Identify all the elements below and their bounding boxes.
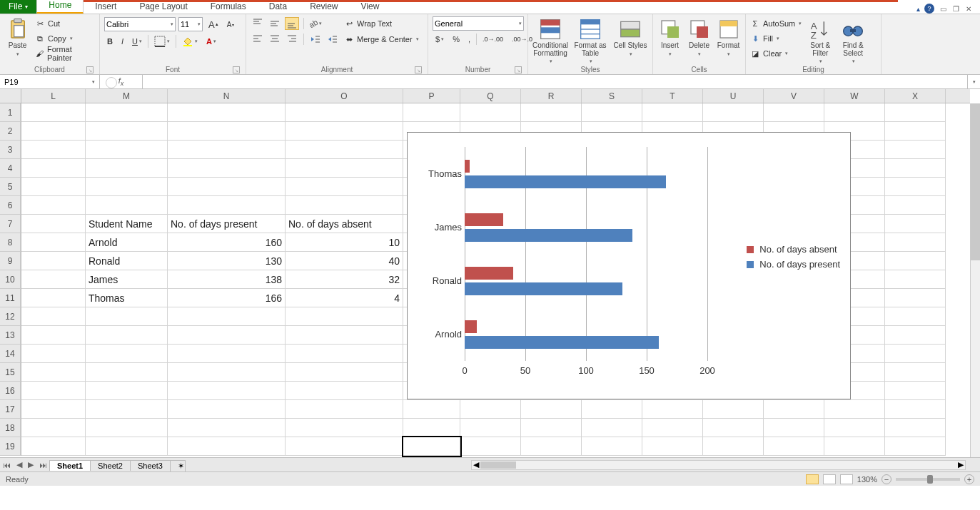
- format-painter-button[interactable]: 🖌Format Painter: [35, 46, 95, 61]
- close-icon[interactable]: ✕: [964, 4, 973, 13]
- insert-cells-button[interactable]: Insert▾: [657, 16, 682, 57]
- row-headers[interactable]: 12345678910111213141516171819: [0, 103, 21, 456]
- sort-filter-button[interactable]: AZSort & Filter▾: [806, 16, 834, 64]
- row-header[interactable]: 9: [0, 252, 21, 270]
- align-bottom-button[interactable]: [285, 17, 299, 30]
- row-header[interactable]: 17: [0, 400, 21, 419]
- align-middle-button[interactable]: [268, 17, 282, 30]
- dialog-launcher-icon[interactable]: ↘: [415, 66, 422, 73]
- row-header[interactable]: 13: [0, 326, 21, 345]
- underline-button[interactable]: U▾: [129, 36, 145, 47]
- italic-button[interactable]: I: [118, 36, 126, 47]
- caret-up-icon[interactable]: ▴: [916, 5, 920, 13]
- comma-format-button[interactable]: ,: [465, 34, 473, 45]
- align-top-button[interactable]: [251, 17, 265, 30]
- font-size-select[interactable]: 11▾: [178, 17, 203, 31]
- minimize-ribbon-icon[interactable]: ▭: [939, 4, 947, 13]
- conditional-formatting-button[interactable]: Conditional Formatting▾: [532, 16, 568, 64]
- view-page-layout-button[interactable]: [823, 474, 836, 484]
- sheet-tab-1[interactable]: Sheet1: [49, 460, 91, 471]
- row-header[interactable]: 5: [0, 178, 21, 196]
- horizontal-scrollbar[interactable]: ◀▶: [471, 460, 966, 470]
- sheet-nav-first[interactable]: ⏮: [0, 461, 14, 469]
- col-header[interactable]: P: [403, 89, 460, 103]
- sheet-tab-2[interactable]: Sheet2: [90, 460, 131, 471]
- sheet-nav-prev[interactable]: ◀: [14, 460, 25, 469]
- number-format-select[interactable]: General▾: [433, 16, 524, 31]
- col-header[interactable]: Q: [460, 89, 521, 103]
- tab-page-layout[interactable]: Page Layout: [128, 0, 198, 14]
- row-header[interactable]: 1: [0, 103, 21, 122]
- decrease-indent-button[interactable]: [308, 33, 323, 46]
- formula-expand-button[interactable]: ▾: [967, 75, 980, 88]
- tab-home[interactable]: Home: [36, 0, 84, 14]
- cell-styles-button[interactable]: Cell Styles▾: [612, 16, 648, 57]
- row-header[interactable]: 11: [0, 289, 21, 307]
- col-header[interactable]: N: [168, 89, 286, 103]
- shrink-font-button[interactable]: A▾: [224, 19, 238, 30]
- sheet-tab-new[interactable]: ✶: [170, 460, 186, 471]
- font-name-select[interactable]: Calibri▾: [104, 17, 176, 31]
- bold-button[interactable]: B: [104, 36, 116, 47]
- col-header[interactable]: U: [703, 89, 764, 103]
- row-header[interactable]: 18: [0, 419, 21, 437]
- dialog-launcher-icon[interactable]: ↘: [233, 66, 240, 73]
- accounting-format-button[interactable]: $▾: [433, 34, 447, 45]
- row-header[interactable]: 15: [0, 363, 21, 382]
- vertical-scrollbar[interactable]: [970, 103, 980, 457]
- format-cells-button[interactable]: Format▾: [716, 16, 741, 57]
- col-header[interactable]: R: [521, 89, 582, 103]
- delete-cells-button[interactable]: Delete▾: [687, 16, 712, 57]
- select-all-corner[interactable]: [0, 89, 21, 103]
- col-header[interactable]: S: [582, 89, 642, 103]
- tab-view[interactable]: View: [350, 0, 391, 14]
- col-header[interactable]: V: [764, 89, 824, 103]
- view-normal-button[interactable]: [806, 474, 819, 484]
- zoom-in-button[interactable]: +: [964, 474, 974, 484]
- align-right-button[interactable]: [285, 33, 299, 46]
- font-color-button[interactable]: A▾: [203, 36, 219, 47]
- col-header[interactable]: X: [885, 89, 946, 103]
- col-header[interactable]: M: [86, 89, 168, 103]
- row-header[interactable]: 4: [0, 159, 21, 178]
- restore-icon[interactable]: ❐: [951, 4, 960, 13]
- dialog-launcher-icon[interactable]: ↘: [515, 66, 522, 73]
- increase-indent-button[interactable]: [325, 33, 340, 46]
- row-header[interactable]: 10: [0, 270, 21, 289]
- grow-font-button[interactable]: A▴: [206, 18, 221, 31]
- sheet-nav-next[interactable]: ▶: [25, 460, 36, 469]
- row-header[interactable]: 12: [0, 307, 21, 326]
- format-as-table-button[interactable]: Format as Table▾: [572, 16, 608, 64]
- align-left-button[interactable]: [251, 33, 265, 46]
- embedded-chart[interactable]: 050100150200ThomasJamesRonaldArnold No. …: [407, 132, 851, 399]
- name-box[interactable]: P19▾: [0, 75, 100, 88]
- paste-button[interactable]: Paste ▾: [4, 16, 31, 57]
- row-header[interactable]: 16: [0, 382, 21, 400]
- column-headers[interactable]: LMNOPQRSTUVWX: [21, 89, 970, 103]
- percent-format-button[interactable]: %: [450, 34, 463, 45]
- wrap-text-button[interactable]: ↩Wrap Text: [344, 16, 419, 31]
- col-header[interactable]: W: [824, 89, 885, 103]
- tab-insert[interactable]: Insert: [84, 0, 128, 14]
- autosum-button[interactable]: ΣAutoSum▾: [750, 16, 802, 31]
- col-header[interactable]: O: [286, 89, 403, 103]
- zoom-slider[interactable]: [896, 478, 960, 481]
- merge-center-button[interactable]: ⬌Merge & Center▾: [344, 32, 419, 46]
- tab-review[interactable]: Review: [298, 0, 349, 14]
- row-header[interactable]: 6: [0, 196, 21, 215]
- row-header[interactable]: 3: [0, 141, 21, 159]
- row-header[interactable]: 8: [0, 233, 21, 252]
- fill-button[interactable]: ⬇Fill▾: [750, 31, 802, 46]
- worksheet-grid[interactable]: LMNOPQRSTUVWX 12345678910111213141516171…: [0, 89, 980, 457]
- sheet-tab-3[interactable]: Sheet3: [130, 460, 171, 471]
- sheet-nav-last[interactable]: ⏭: [36, 461, 50, 469]
- clear-button[interactable]: ◪Clear▾: [750, 46, 802, 61]
- tab-data[interactable]: Data: [258, 0, 298, 14]
- row-header[interactable]: 2: [0, 122, 21, 141]
- formula-bar-input[interactable]: [143, 75, 967, 88]
- align-center-button[interactable]: [268, 33, 282, 46]
- cut-button[interactable]: ✂Cut: [35, 16, 95, 31]
- fill-color-button[interactable]: ▾: [179, 34, 201, 49]
- row-header[interactable]: 7: [0, 215, 21, 233]
- copy-button[interactable]: ⧉Copy▾: [35, 31, 95, 46]
